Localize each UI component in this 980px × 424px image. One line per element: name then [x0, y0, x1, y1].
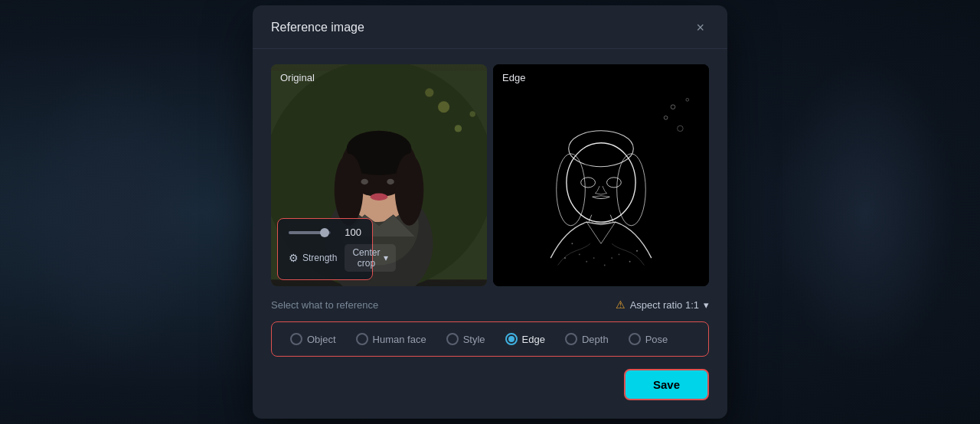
- radio-circle-pose: [629, 333, 641, 345]
- radio-dot-edge: [508, 336, 514, 342]
- original-image-panel: Original: [271, 64, 487, 286]
- option-object[interactable]: Object: [283, 330, 344, 348]
- slider-row: 100: [289, 227, 361, 238]
- reference-image-modal: Reference image × Original: [253, 5, 727, 419]
- save-button[interactable]: Save: [624, 369, 709, 400]
- svg-point-19: [371, 194, 388, 201]
- radio-circle-style: [446, 333, 459, 345]
- svg-point-13: [335, 154, 364, 226]
- svg-point-41: [611, 257, 612, 259]
- svg-rect-20: [493, 71, 709, 280]
- svg-point-3: [455, 125, 462, 132]
- modal-title: Reference image: [271, 21, 364, 34]
- sliders-icon: ⚙: [289, 252, 299, 264]
- svg-point-14: [395, 154, 424, 226]
- radio-circle-object: [290, 333, 302, 345]
- save-row: Save: [271, 369, 709, 400]
- svg-point-2: [438, 101, 449, 113]
- warning-icon: ⚠: [616, 298, 626, 311]
- svg-point-31: [571, 243, 573, 244]
- svg-point-39: [593, 257, 595, 259]
- original-panel-label: Original: [280, 72, 315, 83]
- center-crop-dropdown[interactable]: Center crop ▾: [345, 244, 396, 272]
- svg-point-40: [604, 265, 606, 266]
- option-human-face[interactable]: Human face: [348, 330, 434, 348]
- option-pose-label: Pose: [645, 334, 668, 345]
- bottom-controls: ⚙ Strength Center crop ▾: [289, 244, 361, 272]
- slider-value: 100: [338, 227, 361, 238]
- option-edge[interactable]: Edge: [498, 330, 553, 348]
- svg-point-38: [586, 261, 587, 263]
- svg-point-4: [425, 88, 433, 96]
- option-depth[interactable]: Depth: [557, 330, 616, 348]
- controls-overlay: 100 ⚙ Strength Center crop ▾: [271, 218, 379, 280]
- svg-point-18: [387, 179, 394, 185]
- bottom-section: Select what to reference ⚠ Aspect ratio …: [271, 298, 709, 400]
- edge-art-container: [493, 64, 709, 286]
- reference-label: Select what to reference: [271, 299, 378, 311]
- svg-point-37: [579, 253, 580, 255]
- edge-image-panel: Edge: [493, 64, 709, 286]
- reference-row: Select what to reference ⚠ Aspect ratio …: [271, 298, 709, 311]
- option-pose[interactable]: Pose: [621, 330, 676, 348]
- strength-button[interactable]: ⚙ Strength: [289, 252, 337, 264]
- option-style[interactable]: Style: [439, 330, 493, 348]
- radio-circle-edge: [505, 333, 518, 345]
- options-row: Object Human face Style Edge: [271, 321, 709, 357]
- radio-circle-depth: [565, 333, 577, 345]
- svg-point-32: [629, 261, 631, 263]
- crop-chevron-icon: ▾: [384, 253, 388, 263]
- modal-body: Original: [253, 49, 727, 419]
- strength-label: Strength: [302, 253, 337, 263]
- controls-box: 100 ⚙ Strength Center crop ▾: [277, 218, 373, 280]
- svg-point-30: [636, 250, 638, 252]
- svg-point-42: [619, 253, 620, 255]
- crop-label: Center crop: [352, 247, 380, 269]
- edge-panel-label: Edge: [502, 72, 525, 83]
- aspect-ratio-button[interactable]: ⚠ Aspect ratio 1:1 ▾: [616, 298, 709, 311]
- modal-overlay: Reference image × Original: [0, 0, 980, 424]
- aspect-ratio-label: Aspect ratio 1:1: [630, 299, 699, 311]
- option-human-face-label: Human face: [373, 334, 426, 345]
- svg-point-17: [361, 179, 368, 185]
- image-panels: Original: [271, 64, 709, 286]
- option-object-label: Object: [307, 334, 336, 345]
- radio-circle-human-face: [356, 333, 368, 345]
- edge-image: [493, 64, 709, 286]
- aspect-ratio-chevron-icon: ▾: [704, 299, 709, 311]
- close-button[interactable]: ×: [691, 19, 709, 36]
- option-edge-label: Edge: [522, 334, 545, 345]
- slider-track[interactable]: [289, 231, 331, 234]
- option-style-label: Style: [463, 334, 485, 345]
- svg-point-5: [469, 111, 475, 117]
- option-depth-label: Depth: [582, 334, 609, 345]
- slider-thumb: [320, 228, 329, 237]
- modal-header: Reference image ×: [253, 5, 727, 49]
